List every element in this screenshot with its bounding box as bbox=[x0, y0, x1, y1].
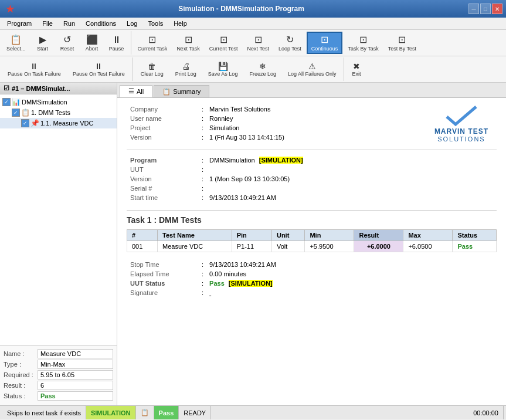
properties-panel: Name : Measure VDC Type : Min-Max Requir… bbox=[0, 345, 117, 405]
test-by-test-icon: ⊡ bbox=[398, 34, 406, 45]
menu-help[interactable]: Help bbox=[169, 19, 192, 28]
toolbar-separator-2 bbox=[133, 57, 133, 81]
next-test-button[interactable]: ⊡ Next Test bbox=[243, 32, 273, 53]
pause-task-icon: ⏸ bbox=[30, 62, 38, 71]
prop-type-row: Type : Min-Max bbox=[4, 360, 113, 369]
select-icon: 📋 bbox=[10, 34, 22, 45]
col-max: Max bbox=[403, 230, 453, 241]
tab-all-icon: ☰ bbox=[128, 87, 134, 95]
pause-icon: ⏸ bbox=[112, 35, 121, 45]
tree-checkbox-task1[interactable]: ✓ bbox=[12, 109, 20, 117]
tree-area[interactable]: ✓ 📊 DMMSimulation ✓ 📋 1. DMM Tests ✓ 📌 1… bbox=[0, 94, 117, 345]
marvin-logo: MARVIN TEST SOLUTIONS bbox=[434, 104, 488, 143]
stoptime-label: Stop Time bbox=[128, 260, 198, 269]
tree-icon-task1: 📋 bbox=[21, 109, 30, 117]
loop-test-icon: ↻ bbox=[286, 34, 294, 45]
current-task-button[interactable]: ⊡ Current Task bbox=[134, 32, 172, 53]
menu-conditions[interactable]: Conditions bbox=[81, 19, 121, 28]
prop-status-label: Status : bbox=[4, 392, 38, 399]
results-table-header: # Test Name Pin Unit Min Result Max Stat… bbox=[127, 230, 497, 241]
signature-label: Signature bbox=[128, 289, 198, 297]
stoptime-colon: : bbox=[199, 260, 206, 269]
start-button[interactable]: ▶ Start bbox=[31, 32, 55, 53]
uut-value bbox=[207, 165, 495, 174]
signature-row: Signature : bbox=[128, 289, 495, 297]
pause-button[interactable]: ⏸ Pause bbox=[105, 33, 128, 53]
freeze-log-button[interactable]: ❄ Freeze Log bbox=[244, 59, 281, 79]
tree-node-root[interactable]: ✓ 📊 DMMSimulation bbox=[0, 97, 117, 107]
serial-row: Serial # : bbox=[128, 184, 495, 192]
col-min: Min bbox=[305, 230, 354, 241]
pause-test-icon: ⏸ bbox=[94, 62, 103, 71]
maximize-button[interactable]: □ bbox=[480, 4, 491, 14]
logo-line2: SOLUTIONS bbox=[437, 136, 485, 143]
prop-name-label: Name : bbox=[4, 350, 38, 357]
tab-all-label: All bbox=[137, 88, 144, 95]
tree-checkbox-test1[interactable]: ✓ bbox=[21, 119, 29, 127]
menu-bar: Program File Run Conditions Log Tools He… bbox=[0, 18, 506, 30]
starttime-value: 9/13/2013 10:49:21 AM bbox=[207, 194, 495, 202]
prop-type-value: Min-Max bbox=[38, 360, 113, 369]
loop-test-button[interactable]: ↻ Loop Test bbox=[274, 32, 305, 53]
tab-summary[interactable]: 📋 Summary bbox=[154, 85, 209, 97]
print-log-button[interactable]: 🖨 Print Log bbox=[170, 59, 202, 79]
pause-on-task-failure-button[interactable]: ⏸ Pause On Task Failure bbox=[2, 59, 66, 79]
prop-status-row: Status : Pass bbox=[4, 391, 113, 401]
uut-row: UUT : bbox=[128, 165, 495, 174]
results-table-body: 001 Measure VDC P1-11 Volt +5.9500 +6.00… bbox=[127, 241, 497, 252]
version2-colon: : bbox=[199, 175, 206, 183]
minimize-button[interactable]: ─ bbox=[468, 4, 479, 14]
menu-file[interactable]: File bbox=[38, 19, 57, 28]
test-by-test-button[interactable]: ⊡ Test By Test bbox=[384, 32, 420, 53]
content-area[interactable]: MARVIN TEST SOLUTIONS Company : Marvin T… bbox=[117, 98, 506, 405]
app-logo-icon: ★ bbox=[6, 4, 14, 15]
cell-pin: P1-11 bbox=[232, 241, 271, 252]
log-all-failures-button[interactable]: ⚠ Log All Failures Only bbox=[283, 59, 342, 79]
menu-run[interactable]: Run bbox=[59, 19, 80, 28]
prop-result-label: Result : bbox=[4, 382, 38, 389]
toolbar-separator-1 bbox=[131, 31, 131, 55]
tree-label-test1: 1.1. Measure VDC bbox=[40, 120, 93, 127]
menu-tools[interactable]: Tools bbox=[143, 19, 168, 28]
tab-summary-icon: 📋 bbox=[162, 88, 171, 96]
next-task-button[interactable]: ⊡ Next Task bbox=[172, 32, 203, 53]
title-bar: ★ Simulation - DMMSimulation Program ─ □… bbox=[0, 0, 506, 18]
tree-label-task1: 1. DMM Tests bbox=[31, 109, 70, 116]
divider-1 bbox=[127, 150, 497, 150]
exit-button[interactable]: ✖ Exit bbox=[347, 59, 366, 79]
elapsed-row: Elapsed Time : 0.00 minutes bbox=[128, 270, 495, 278]
tree-node-test1[interactable]: ✓ 📌 1.1. Measure VDC bbox=[0, 118, 117, 128]
close-button[interactable]: ✕ bbox=[492, 4, 502, 14]
col-pin: Pin bbox=[232, 230, 271, 241]
continuous-button[interactable]: ⊡ Continuous bbox=[307, 32, 343, 54]
cell-min: +5.9500 bbox=[305, 241, 354, 252]
tree-panel-header: ☑ #1 – DMMSimulat... bbox=[0, 83, 117, 94]
abort-button[interactable]: ⬛ Abort bbox=[80, 32, 104, 53]
report-program-table: Program : DMMSimulation [SIMULATION] UUT… bbox=[127, 155, 497, 203]
select-button[interactable]: 📋 Select... bbox=[2, 32, 30, 53]
elapsed-colon: : bbox=[199, 270, 206, 278]
tree-icon-test1: 📌 bbox=[30, 119, 39, 127]
clear-log-button[interactable]: 🗑 Clear Log bbox=[135, 59, 169, 79]
pause-on-test-failure-button[interactable]: ⏸ Pause On Test Failure bbox=[67, 59, 130, 79]
tree-node-task1[interactable]: ✓ 📋 1. DMM Tests bbox=[0, 107, 117, 118]
menu-log[interactable]: Log bbox=[122, 19, 142, 28]
prop-result-row: Result : 6 bbox=[4, 381, 113, 390]
save-as-log-icon: 💾 bbox=[218, 62, 228, 71]
elapsed-label: Elapsed Time bbox=[128, 270, 198, 278]
signature-value bbox=[207, 289, 495, 297]
save-as-log-button[interactable]: 💾 Save As Log bbox=[203, 59, 243, 79]
current-task-icon: ⊡ bbox=[148, 34, 156, 45]
current-test-button[interactable]: ⊡ Current Test bbox=[205, 32, 242, 53]
company-colon: : bbox=[199, 105, 206, 113]
menu-program[interactable]: Program bbox=[2, 19, 36, 28]
right-panel: ☰ All 📋 Summary MARVIN TEST SOLUTIONS bbox=[117, 83, 506, 405]
next-test-icon: ⊡ bbox=[254, 34, 262, 45]
starttime-colon: : bbox=[199, 194, 206, 202]
tab-all[interactable]: ☰ All bbox=[120, 85, 152, 97]
task-by-task-button[interactable]: ⊡ Task By Task bbox=[344, 32, 382, 53]
tree-checkbox-root[interactable]: ✓ bbox=[2, 98, 11, 106]
status-pass: Pass bbox=[154, 406, 179, 419]
logo-line1: MARVIN TEST bbox=[434, 127, 488, 136]
reset-button[interactable]: ↺ Reset bbox=[56, 32, 79, 53]
